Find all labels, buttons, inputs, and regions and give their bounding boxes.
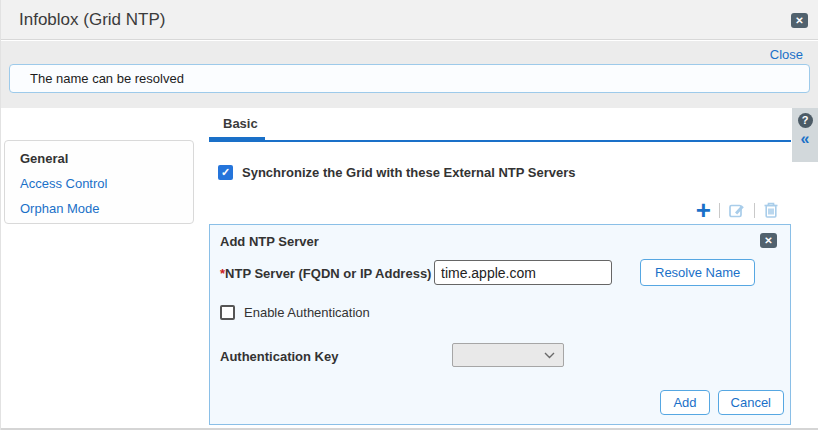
sidebar-item-general[interactable]: General	[20, 150, 193, 175]
toolbar-divider	[754, 203, 755, 218]
window-title: Infoblox (Grid NTP)	[19, 0, 165, 40]
add-ntp-server-panel: Add NTP Server ✕ *NTP Server (FQDN or IP…	[209, 224, 791, 425]
add-button[interactable]: Add	[660, 390, 709, 415]
tab-divider	[209, 140, 791, 142]
toolbar-divider	[719, 203, 720, 218]
add-icon[interactable]: +	[696, 201, 711, 219]
panel-close-icon[interactable]: ✕	[760, 233, 777, 248]
auth-key-select[interactable]	[452, 343, 564, 367]
panel-title: Add NTP Server	[220, 234, 319, 249]
help-icon[interactable]: ?	[798, 113, 813, 128]
infoblox-grid-ntp-dialog: { "window": { "title": "Infoblox (Grid N…	[0, 0, 818, 430]
sync-checkbox-row: ✓ Synchronize the Grid with these Extern…	[218, 165, 576, 180]
sync-checkbox-label: Synchronize the Grid with these External…	[242, 165, 576, 180]
ntp-server-input[interactable]	[434, 260, 612, 285]
chevron-down-icon	[544, 352, 555, 359]
panel-footer: Add Cancel	[660, 390, 784, 415]
cancel-button[interactable]: Cancel	[718, 390, 784, 415]
ntp-server-label-text: NTP Server (FQDN or IP Address)	[225, 266, 431, 281]
edit-icon[interactable]	[728, 201, 746, 219]
tab-basic[interactable]: Basic	[223, 116, 258, 131]
close-link[interactable]: Close	[770, 47, 803, 62]
window-close-icon[interactable]: ✕	[791, 13, 808, 28]
trash-icon[interactable]	[763, 201, 779, 219]
help-strip: ? «	[792, 108, 818, 162]
content-area: ? « Basic General Access Control Orphan …	[1, 108, 818, 430]
sidebar-item-orphan-mode[interactable]: Orphan Mode	[20, 200, 193, 225]
title-bar: Infoblox (Grid NTP) ✕	[1, 0, 818, 40]
collapse-panel-icon[interactable]: «	[801, 132, 810, 146]
ntp-server-toolbar: +	[696, 200, 779, 220]
enable-auth-row: Enable Authentication	[220, 305, 370, 320]
ntp-server-label: *NTP Server (FQDN or IP Address)	[220, 266, 431, 281]
enable-auth-label: Enable Authentication	[244, 305, 370, 320]
enable-auth-checkbox[interactable]	[220, 305, 235, 320]
auth-key-label: Authentication Key	[220, 349, 338, 364]
sync-checkbox[interactable]: ✓	[218, 165, 233, 180]
status-message: The name can be resolved	[9, 64, 810, 93]
sidebar: General Access Control Orphan Mode	[4, 140, 194, 224]
header-band: Close The name can be resolved	[1, 41, 818, 108]
resolve-name-button[interactable]: Resolve Name	[640, 259, 755, 286]
sidebar-item-access-control[interactable]: Access Control	[20, 175, 193, 200]
